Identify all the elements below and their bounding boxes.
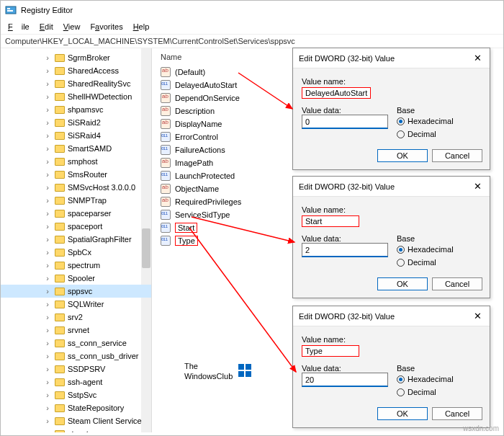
tree-item-sppsvc[interactable]: ›sppsvc — [1, 285, 151, 298]
chevron-right-icon[interactable]: › — [44, 79, 51, 88]
tree-item-shellhwdetection[interactable]: ›ShellHWDetection — [1, 90, 151, 103]
address-bar[interactable]: Computer\HKEY_LOCAL_MACHINE\SYSTEM\Curre… — [1, 34, 503, 48]
tree-item-label: stexstor — [68, 430, 96, 432]
value-label: DelayedAutoStart — [175, 81, 237, 89]
folder-icon — [55, 391, 65, 399]
chevron-right-icon[interactable]: › — [44, 261, 51, 270]
close-icon[interactable]: ✕ — [471, 311, 484, 321]
value-name-field[interactable]: DelayedAutoStart — [302, 87, 371, 99]
chevron-right-icon[interactable]: › — [44, 248, 51, 257]
tree-item-sisraid2[interactable]: ›SiSRaid2 — [1, 116, 151, 129]
radio-hexadecimal[interactable]: Hexadecimal — [397, 373, 481, 386]
ok-button[interactable]: OK — [377, 277, 428, 290]
ok-button[interactable]: OK — [377, 149, 428, 162]
radio-decimal[interactable]: Decimal — [397, 386, 481, 399]
chevron-right-icon[interactable]: › — [44, 131, 51, 140]
chevron-right-icon[interactable]: › — [44, 391, 51, 399]
chevron-right-icon[interactable]: › — [44, 326, 51, 334]
tree-item-srvnet[interactable]: ›srvnet — [1, 324, 151, 337]
menu-help[interactable]: Help — [129, 21, 154, 32]
tree-item-spatialgraphfilter[interactable]: ›SpatialGraphFilter — [1, 233, 151, 246]
value-data-input[interactable] — [302, 373, 388, 387]
value-data-input[interactable] — [302, 115, 388, 129]
svg-rect-2 — [7, 10, 13, 12]
tree-item-spaceport[interactable]: ›spaceport — [1, 220, 151, 233]
cancel-button[interactable]: Cancel — [432, 149, 482, 162]
chevron-right-icon[interactable]: › — [44, 196, 51, 205]
tree-item-smsrouter[interactable]: ›SmsRouter — [1, 168, 151, 181]
chevron-right-icon[interactable]: › — [44, 209, 51, 218]
value-name-field[interactable]: Type — [302, 345, 359, 357]
tree-item-spooler[interactable]: ›Spooler — [1, 272, 151, 285]
chevron-right-icon[interactable]: › — [44, 378, 51, 386]
binary-icon — [161, 80, 171, 90]
tree-item-sgrmbroker[interactable]: ›SgrmBroker — [1, 51, 151, 64]
tree-item-sqlwriter[interactable]: ›SQLWriter — [1, 298, 151, 311]
menu-file[interactable]: File — [4, 21, 34, 32]
chevron-right-icon[interactable]: › — [44, 235, 51, 244]
chevron-right-icon[interactable]: › — [44, 300, 51, 308]
chevron-right-icon[interactable]: › — [44, 417, 51, 425]
titlebar: Registry Editor — [1, 1, 503, 19]
radio-hexadecimal[interactable]: Hexadecimal — [397, 115, 481, 128]
tree-item-stexstor[interactable]: ›stexstor — [1, 427, 151, 432]
chevron-right-icon[interactable]: › — [44, 105, 51, 114]
folder-icon — [55, 313, 65, 321]
value-data-label: Value data: — [302, 234, 388, 243]
value-name-label: Value name: — [302, 335, 481, 344]
folder-icon — [55, 145, 65, 153]
tree-item-sharedaccess[interactable]: ›SharedAccess — [1, 64, 151, 77]
chevron-right-icon[interactable]: › — [44, 157, 51, 166]
tree-item-spectrum[interactable]: ›spectrum — [1, 259, 151, 272]
radio-decimal[interactable]: Decimal — [397, 128, 481, 141]
chevron-right-icon[interactable]: › — [44, 144, 51, 153]
chevron-right-icon[interactable]: › — [44, 92, 51, 101]
tree-item-ssh-agent[interactable]: ›ssh-agent — [1, 375, 151, 388]
tree-item-snmptrap[interactable]: ›SNMPTrap — [1, 194, 151, 207]
tree-item-sstpsvc[interactable]: ›SstpSvc — [1, 388, 151, 401]
chevron-right-icon[interactable]: › — [44, 287, 51, 295]
tree-item-ss-conn-usb-driver[interactable]: ›ss_conn_usb_driver — [1, 350, 151, 362]
cancel-button[interactable]: Cancel — [432, 277, 482, 290]
tree-item-smartsamd[interactable]: ›SmartSAMD — [1, 142, 151, 155]
chevron-right-icon[interactable]: › — [44, 53, 51, 62]
tree-item-spbcx[interactable]: ›SpbCx — [1, 246, 151, 259]
tree-item-smphost[interactable]: ›smphost — [1, 155, 151, 168]
value-name-field[interactable]: Start — [302, 215, 359, 227]
tree-item-ssdpsrv[interactable]: ›SSDPSRV — [1, 362, 151, 375]
value-label: DisplayName — [175, 120, 222, 128]
value-data-input[interactable] — [302, 243, 388, 257]
chevron-right-icon[interactable]: › — [44, 222, 51, 231]
cancel-button[interactable]: Cancel — [432, 407, 482, 420]
close-icon[interactable]: ✕ — [471, 53, 484, 63]
menu-view[interactable]: View — [59, 21, 85, 32]
chevron-right-icon[interactable]: › — [44, 170, 51, 179]
string-icon — [161, 93, 171, 103]
tree-item-sisraid4[interactable]: ›SiSRaid4 — [1, 129, 151, 142]
tree-item-spaceparser[interactable]: ›spaceparser — [1, 207, 151, 220]
tree-item-shpamsvc[interactable]: ›shpamsvc — [1, 103, 151, 116]
chevron-right-icon[interactable]: › — [44, 404, 51, 412]
radio-hexadecimal[interactable]: Hexadecimal — [397, 243, 481, 256]
chevron-right-icon[interactable]: › — [44, 274, 51, 282]
menu-edit[interactable]: Edit — [35, 21, 58, 32]
tree-item-ss-conn-service[interactable]: ›ss_conn_service — [1, 337, 151, 350]
chevron-right-icon[interactable]: › — [44, 118, 51, 127]
menubar: File Edit View Favorites Help — [1, 19, 503, 34]
tree-item-steam-client-service[interactable]: ›Steam Client Service — [1, 414, 151, 427]
tree-item-srv2[interactable]: ›srv2 — [1, 311, 151, 324]
close-icon[interactable]: ✕ — [471, 181, 484, 192]
ok-button[interactable]: OK — [377, 407, 428, 420]
chevron-right-icon[interactable]: › — [44, 352, 51, 360]
tree-item-smsvchost-3-0-0-0[interactable]: ›SMSvcHost 3.0.0.0 — [1, 181, 151, 194]
chevron-right-icon[interactable]: › — [44, 313, 51, 321]
radio-decimal[interactable]: Decimal — [397, 256, 481, 269]
tree-item-sharedrealitysvc[interactable]: ›SharedRealitySvc — [1, 77, 151, 90]
chevron-right-icon[interactable]: › — [44, 430, 51, 432]
chevron-right-icon[interactable]: › — [44, 365, 51, 373]
tree-item-staterepository[interactable]: ›StateRepository — [1, 401, 151, 414]
chevron-right-icon[interactable]: › — [44, 66, 51, 75]
chevron-right-icon[interactable]: › — [44, 339, 51, 347]
menu-favorites[interactable]: Favorites — [86, 21, 127, 32]
chevron-right-icon[interactable]: › — [44, 183, 51, 192]
